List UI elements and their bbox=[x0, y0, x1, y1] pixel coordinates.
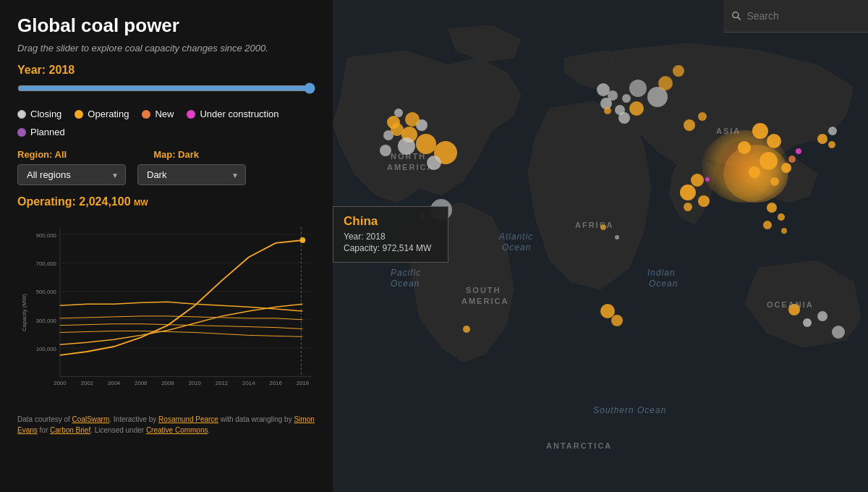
attribution: Data courtesy of CoalSwarm. Interactive … bbox=[17, 414, 315, 436]
operating-dot bbox=[75, 110, 83, 119]
region-label: Region: All bbox=[17, 149, 67, 160]
panel-title: Global coal power bbox=[17, 14, 315, 37]
svg-text:2008: 2008 bbox=[161, 380, 174, 386]
under-dot bbox=[187, 110, 195, 119]
rosamund-link[interactable]: Rosamund Pearce bbox=[158, 415, 218, 423]
year-slider-container bbox=[17, 82, 315, 97]
svg-text:700,000: 700,000 bbox=[36, 260, 57, 267]
new-dot bbox=[142, 110, 150, 119]
operating-label: Operating bbox=[88, 109, 129, 119]
operating-unit: MW bbox=[134, 198, 148, 207]
svg-text:2014: 2014 bbox=[242, 380, 255, 386]
svg-rect-4 bbox=[17, 220, 315, 404]
coalswarm-link[interactable]: CoalSwarm bbox=[72, 415, 110, 423]
search-bar bbox=[723, 0, 868, 33]
creative-commons-link[interactable]: Creative Commons bbox=[146, 426, 208, 434]
legend-item-closing: Closing bbox=[17, 109, 61, 119]
svg-text:300,000: 300,000 bbox=[36, 318, 57, 324]
operating-total: Operating: 2,024,100 MW bbox=[17, 195, 315, 208]
search-input[interactable] bbox=[746, 10, 859, 22]
svg-text:2018: 2018 bbox=[297, 380, 310, 386]
new-label: New bbox=[155, 109, 174, 119]
carbon-brief-link[interactable]: Carbon Brief bbox=[50, 426, 90, 434]
svg-text:2016: 2016 bbox=[269, 380, 282, 386]
map-label: Map: Dark bbox=[153, 149, 199, 160]
legend-item-under: Under construction bbox=[187, 109, 278, 119]
svg-text:2006: 2006 bbox=[135, 380, 148, 386]
search-icon bbox=[732, 11, 741, 21]
year-value: 2018 bbox=[49, 64, 75, 76]
region-select[interactable]: All regions Asia Europe Americas Africa … bbox=[17, 164, 126, 185]
svg-text:2002: 2002 bbox=[80, 380, 93, 386]
map-select[interactable]: Dark Light Satellite bbox=[137, 164, 246, 185]
legend-item-planned: Planned bbox=[17, 127, 65, 137]
chart-svg: 100,000 300,000 500,000 700,000 900,000 … bbox=[17, 219, 315, 407]
svg-line-3 bbox=[738, 17, 741, 20]
panel-subtitle: Drag the slider to explore coal capacity… bbox=[17, 43, 315, 54]
svg-text:500,000: 500,000 bbox=[36, 289, 57, 295]
svg-text:900,000: 900,000 bbox=[36, 232, 57, 239]
chart-area: 100,000 300,000 500,000 700,000 900,000 … bbox=[17, 219, 315, 407]
left-panel: Global coal power Drag the slider to exp… bbox=[0, 0, 333, 492]
under-construction-label: Under construction bbox=[200, 109, 278, 119]
dropdown-row: All regions Asia Europe Americas Africa … bbox=[17, 164, 315, 185]
svg-text:2000: 2000 bbox=[54, 380, 67, 386]
svg-text:2004: 2004 bbox=[108, 380, 121, 386]
svg-point-29 bbox=[299, 237, 305, 243]
svg-text:Capacity (MW): Capacity (MW) bbox=[21, 294, 27, 331]
operating-stat-value: 2,024,100 bbox=[79, 195, 130, 208]
year-display: Year: 2018 bbox=[17, 64, 315, 77]
legend-item-new: New bbox=[142, 109, 174, 119]
svg-text:2010: 2010 bbox=[189, 380, 202, 386]
closing-dot bbox=[17, 110, 26, 119]
closing-label: Closing bbox=[30, 109, 61, 119]
svg-text:100,000: 100,000 bbox=[36, 346, 57, 352]
legend-item-operating: Operating bbox=[75, 109, 129, 119]
svg-text:2012: 2012 bbox=[216, 380, 228, 386]
planned-label: Planned bbox=[30, 127, 65, 137]
legend: Closing Operating New Under construction… bbox=[17, 109, 315, 137]
dropdowns-section: Region: All Map: Dark All regions Asia E… bbox=[17, 149, 315, 185]
year-slider[interactable] bbox=[17, 82, 315, 94]
planned-dot bbox=[17, 128, 26, 137]
operating-stat-label: Operating: bbox=[17, 195, 76, 208]
dropdown-labels: Region: All Map: Dark bbox=[17, 149, 315, 160]
year-text: Year: bbox=[17, 64, 46, 76]
map-select-wrapper: Dark Light Satellite bbox=[137, 164, 246, 185]
region-select-wrapper: All regions Asia Europe Americas Africa … bbox=[17, 164, 126, 185]
